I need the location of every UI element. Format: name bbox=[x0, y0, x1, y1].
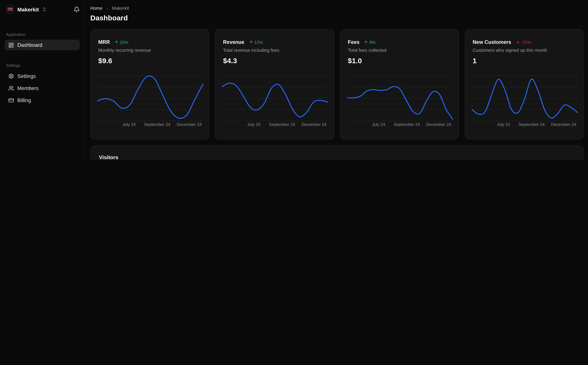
stat-delta-value: 12% bbox=[254, 40, 263, 44]
chevron-right-icon bbox=[105, 6, 109, 10]
x-tick: September 24 bbox=[144, 122, 170, 126]
visitors-card: Visitors Showing total visitors for the … bbox=[90, 146, 584, 160]
app-root: m Makerkit Application Dashboard Setting… bbox=[0, 0, 588, 160]
layout-dashboard-icon bbox=[8, 42, 14, 48]
stat-value: $9.6 bbox=[98, 57, 202, 65]
stat-subtitle: Total fees collected bbox=[348, 48, 452, 53]
x-tick: July 24 bbox=[247, 122, 261, 126]
page-title: Dashboard bbox=[90, 14, 584, 22]
workspace-row: m Makerkit bbox=[5, 5, 80, 14]
arrow-up-icon bbox=[114, 40, 119, 44]
x-tick: September 24 bbox=[519, 122, 545, 126]
sidebar-item-label: Billing bbox=[17, 97, 31, 103]
stat-subtitle: Monthly recurring revenue bbox=[98, 48, 202, 53]
sidebar-item-billing[interactable]: Billing bbox=[5, 95, 80, 105]
x-tick: December 24 bbox=[302, 122, 326, 126]
x-axis-ticks: July 24 September 24 December 24 bbox=[215, 122, 334, 127]
stat-subtitle: Customers who signed up this month bbox=[473, 48, 577, 53]
sidebar-item-dashboard[interactable]: Dashboard bbox=[5, 40, 80, 50]
stat-card-grid: MRR 20% Monthly recurring revenue $9.6 J… bbox=[90, 29, 584, 140]
x-tick: September 24 bbox=[394, 122, 420, 126]
x-tick: September 24 bbox=[269, 122, 295, 126]
stat-delta-value: 9% bbox=[369, 40, 376, 44]
sidebar-item-settings[interactable]: Settings bbox=[5, 71, 80, 81]
sidebar-nav: Application Dashboard Settings Settings bbox=[5, 32, 80, 105]
nav-section-label-settings: Settings bbox=[6, 63, 80, 68]
x-axis-ticks: July 24 September 24 December 24 bbox=[91, 122, 209, 127]
stat-value: $1.0 bbox=[348, 57, 452, 65]
stat-delta-value: -25% bbox=[521, 40, 531, 44]
gear-icon bbox=[8, 73, 14, 79]
mrr-sparkline-chart bbox=[97, 73, 203, 123]
sidebar-item-members[interactable]: Members bbox=[5, 83, 80, 93]
sidebar-item-label: Settings bbox=[17, 73, 36, 79]
workspace-name[interactable]: Makerkit bbox=[17, 6, 39, 12]
breadcrumb: Home Makerkit bbox=[90, 5, 584, 11]
breadcrumb-current: Makerkit bbox=[112, 6, 129, 11]
visitors-title: Visitors bbox=[99, 154, 575, 160]
x-tick: December 24 bbox=[551, 122, 576, 126]
stat-delta-badge: 20% bbox=[114, 40, 129, 44]
x-tick: December 24 bbox=[177, 122, 202, 126]
users-icon bbox=[8, 85, 14, 91]
stat-value: 1 bbox=[473, 57, 577, 65]
x-tick: July 24 bbox=[497, 122, 510, 126]
stat-card-fees: Fees 9% Total fees collected $1.0 July 2… bbox=[340, 29, 459, 140]
breadcrumb-home-link[interactable]: Home bbox=[90, 6, 102, 11]
fees-sparkline-chart bbox=[347, 73, 452, 123]
arrow-up-icon bbox=[364, 40, 368, 44]
nav-gap bbox=[5, 52, 80, 63]
nav-section-label-application: Application bbox=[6, 32, 80, 36]
notifications-bell-icon[interactable] bbox=[74, 6, 80, 12]
stat-card-new-customers: New Customers -25% Customers who signed … bbox=[465, 29, 584, 140]
revenue-sparkline-chart bbox=[222, 73, 328, 123]
stat-title: MRR bbox=[98, 39, 110, 45]
stat-delta-badge: 12% bbox=[249, 40, 263, 44]
sidebar-item-label: Dashboard bbox=[17, 42, 42, 48]
stat-head: New Customers -25% bbox=[473, 39, 577, 45]
logo-letter: m bbox=[7, 6, 13, 12]
stat-delta-value: 20% bbox=[120, 40, 129, 44]
x-axis-ticks: July 24 September 24 December 24 bbox=[465, 122, 583, 127]
stat-title: New Customers bbox=[473, 39, 511, 45]
sidebar: m Makerkit Application Dashboard Setting… bbox=[0, 0, 85, 160]
x-tick: July 24 bbox=[122, 122, 136, 126]
stat-value: $4.3 bbox=[223, 57, 327, 65]
stat-head: Revenue 12% bbox=[223, 39, 327, 45]
arrow-up-icon bbox=[249, 40, 253, 44]
stat-delta-badge: 9% bbox=[364, 40, 376, 44]
stat-title: Fees bbox=[348, 39, 360, 45]
x-tick: July 24 bbox=[372, 122, 385, 126]
makerkit-logo[interactable]: m bbox=[6, 5, 14, 14]
arrow-down-icon bbox=[516, 40, 520, 44]
stat-head: MRR 20% bbox=[98, 39, 202, 45]
stat-card-revenue: Revenue 12% Total revenue including fees… bbox=[215, 29, 334, 140]
workspace-selector-chevrons-icon[interactable] bbox=[42, 7, 47, 12]
stat-delta-badge: -25% bbox=[516, 40, 531, 44]
stat-card-mrr: MRR 20% Monthly recurring revenue $9.6 J… bbox=[90, 29, 209, 140]
stat-title: Revenue bbox=[223, 39, 244, 45]
main-content: Home Makerkit Dashboard MRR 20% Monthly … bbox=[85, 0, 588, 160]
stat-head: Fees 9% bbox=[348, 39, 452, 45]
sidebar-item-label: Members bbox=[17, 85, 39, 91]
credit-card-icon bbox=[8, 97, 14, 103]
stat-subtitle: Total revenue including fees bbox=[223, 48, 327, 53]
x-tick: December 24 bbox=[426, 122, 451, 126]
new-customers-sparkline-chart bbox=[472, 73, 577, 123]
x-axis-ticks: July 24 September 24 December 24 bbox=[340, 122, 459, 127]
